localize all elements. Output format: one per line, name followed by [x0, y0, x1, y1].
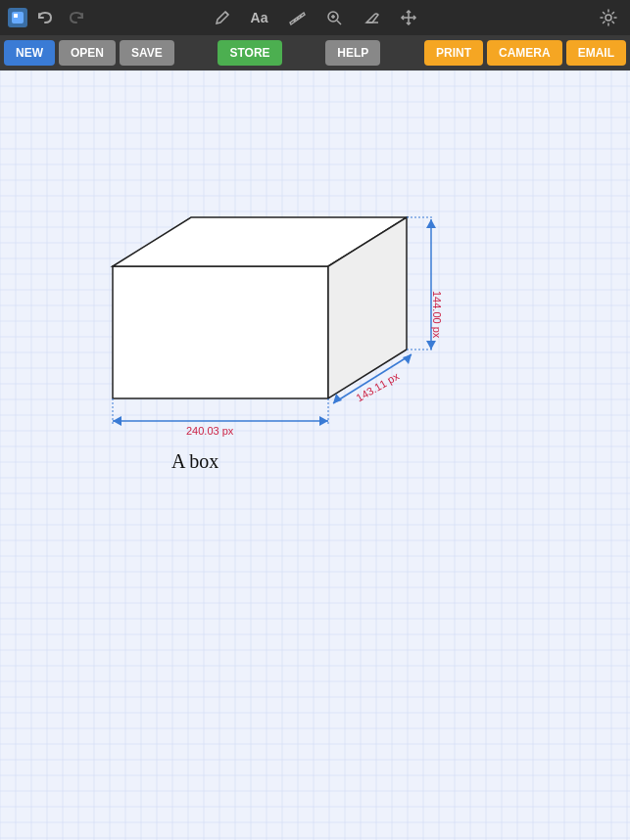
- zoom-tool[interactable]: [316, 4, 352, 31]
- store-button[interactable]: STORE: [218, 40, 281, 66]
- settings-area: [595, 4, 622, 31]
- pencil-tool[interactable]: [205, 4, 240, 31]
- action-bar: NEW OPEN SAVE STORE HELP PRINT CAMERA EM…: [0, 35, 630, 70]
- move-tool[interactable]: [391, 4, 426, 31]
- save-button[interactable]: SAVE: [120, 40, 174, 66]
- svg-text:240.03 px: 240.03 px: [186, 425, 234, 437]
- app-icon: [8, 8, 27, 27]
- svg-marker-14: [113, 266, 328, 398]
- help-button[interactable]: HELP: [325, 40, 380, 66]
- svg-marker-27: [426, 341, 436, 350]
- toolbar: Aa: [0, 0, 630, 35]
- undo-button[interactable]: [31, 4, 59, 31]
- svg-marker-19: [319, 416, 328, 426]
- open-button[interactable]: OPEN: [59, 40, 116, 66]
- svg-line-7: [337, 21, 341, 24]
- canvas[interactable]: 240.03 px 143.11 px 144.00 px A box: [0, 70, 630, 840]
- redo-button[interactable]: [63, 4, 90, 31]
- svg-rect-1: [14, 14, 18, 18]
- email-button[interactable]: EMAIL: [566, 40, 626, 66]
- toolbar-left: [8, 4, 90, 31]
- svg-point-13: [606, 15, 611, 21]
- drawing: 240.03 px 143.11 px 144.00 px: [0, 70, 630, 840]
- eraser-tool[interactable]: [354, 4, 389, 31]
- font-tool[interactable]: Aa: [242, 4, 277, 31]
- camera-button[interactable]: CAMERA: [487, 40, 562, 66]
- toolbar-center: Aa: [205, 4, 426, 31]
- svg-marker-18: [113, 416, 121, 426]
- box-label: A box: [171, 450, 218, 473]
- svg-marker-26: [426, 219, 436, 228]
- svg-text:144.00 px: 144.00 px: [431, 291, 443, 339]
- settings-button[interactable]: [595, 4, 622, 31]
- print-button[interactable]: PRINT: [424, 40, 483, 66]
- new-button[interactable]: NEW: [4, 40, 55, 66]
- ruler-tool[interactable]: [279, 4, 315, 31]
